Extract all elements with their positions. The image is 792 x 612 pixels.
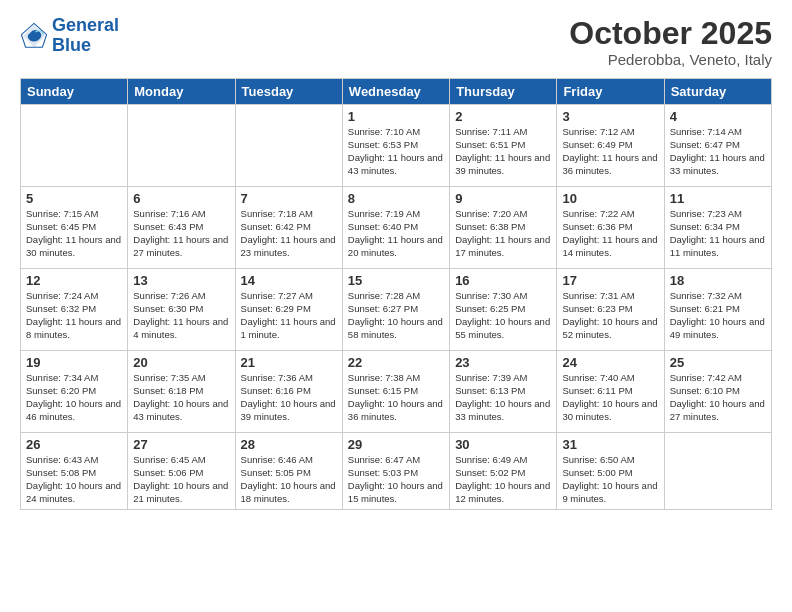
calendar-cell: 24Sunrise: 7:40 AM Sunset: 6:11 PM Dayli… [557,351,664,433]
day-number: 8 [348,191,444,206]
day-info: Sunrise: 6:47 AM Sunset: 5:03 PM Dayligh… [348,454,444,505]
day-info: Sunrise: 7:34 AM Sunset: 6:20 PM Dayligh… [26,372,122,423]
calendar-cell: 20Sunrise: 7:35 AM Sunset: 6:18 PM Dayli… [128,351,235,433]
day-number: 12 [26,273,122,288]
day-info: Sunrise: 7:20 AM Sunset: 6:38 PM Dayligh… [455,208,551,259]
calendar-cell [21,105,128,187]
day-header-wednesday: Wednesday [342,79,449,105]
calendar-cell: 29Sunrise: 6:47 AM Sunset: 5:03 PM Dayli… [342,433,449,510]
day-number: 25 [670,355,766,370]
page: General Blue October 2025 Pederobba, Ven… [0,0,792,612]
month-title: October 2025 [569,16,772,51]
calendar-row-2: 12Sunrise: 7:24 AM Sunset: 6:32 PM Dayli… [21,269,772,351]
day-number: 29 [348,437,444,452]
day-header-saturday: Saturday [664,79,771,105]
calendar-cell: 19Sunrise: 7:34 AM Sunset: 6:20 PM Dayli… [21,351,128,433]
calendar-cell [128,105,235,187]
location-title: Pederobba, Veneto, Italy [569,51,772,68]
day-number: 23 [455,355,551,370]
calendar-cell: 8Sunrise: 7:19 AM Sunset: 6:40 PM Daylig… [342,187,449,269]
calendar: SundayMondayTuesdayWednesdayThursdayFrid… [20,78,772,510]
calendar-row-0: 1Sunrise: 7:10 AM Sunset: 6:53 PM Daylig… [21,105,772,187]
day-number: 2 [455,109,551,124]
logo-text: General Blue [52,16,119,56]
calendar-cell: 17Sunrise: 7:31 AM Sunset: 6:23 PM Dayli… [557,269,664,351]
day-number: 16 [455,273,551,288]
day-info: Sunrise: 7:42 AM Sunset: 6:10 PM Dayligh… [670,372,766,423]
day-info: Sunrise: 7:19 AM Sunset: 6:40 PM Dayligh… [348,208,444,259]
day-header-friday: Friday [557,79,664,105]
day-info: Sunrise: 7:28 AM Sunset: 6:27 PM Dayligh… [348,290,444,341]
calendar-cell: 13Sunrise: 7:26 AM Sunset: 6:30 PM Dayli… [128,269,235,351]
day-number: 14 [241,273,337,288]
day-info: Sunrise: 7:31 AM Sunset: 6:23 PM Dayligh… [562,290,658,341]
day-info: Sunrise: 7:39 AM Sunset: 6:13 PM Dayligh… [455,372,551,423]
calendar-cell: 21Sunrise: 7:36 AM Sunset: 6:16 PM Dayli… [235,351,342,433]
day-number: 7 [241,191,337,206]
calendar-cell: 31Sunrise: 6:50 AM Sunset: 5:00 PM Dayli… [557,433,664,510]
calendar-cell: 2Sunrise: 7:11 AM Sunset: 6:51 PM Daylig… [450,105,557,187]
day-info: Sunrise: 7:30 AM Sunset: 6:25 PM Dayligh… [455,290,551,341]
day-number: 27 [133,437,229,452]
calendar-cell: 5Sunrise: 7:15 AM Sunset: 6:45 PM Daylig… [21,187,128,269]
day-header-thursday: Thursday [450,79,557,105]
day-number: 17 [562,273,658,288]
logo-line1: General [52,15,119,35]
day-number: 20 [133,355,229,370]
day-number: 13 [133,273,229,288]
day-info: Sunrise: 7:12 AM Sunset: 6:49 PM Dayligh… [562,126,658,177]
day-info: Sunrise: 7:11 AM Sunset: 6:51 PM Dayligh… [455,126,551,177]
day-number: 1 [348,109,444,124]
day-number: 6 [133,191,229,206]
calendar-row-3: 19Sunrise: 7:34 AM Sunset: 6:20 PM Dayli… [21,351,772,433]
calendar-row-4: 26Sunrise: 6:43 AM Sunset: 5:08 PM Dayli… [21,433,772,510]
logo-line2: Blue [52,35,91,55]
day-number: 19 [26,355,122,370]
day-info: Sunrise: 7:10 AM Sunset: 6:53 PM Dayligh… [348,126,444,177]
calendar-cell: 30Sunrise: 6:49 AM Sunset: 5:02 PM Dayli… [450,433,557,510]
day-number: 10 [562,191,658,206]
day-info: Sunrise: 7:14 AM Sunset: 6:47 PM Dayligh… [670,126,766,177]
calendar-cell: 10Sunrise: 7:22 AM Sunset: 6:36 PM Dayli… [557,187,664,269]
calendar-cell: 12Sunrise: 7:24 AM Sunset: 6:32 PM Dayli… [21,269,128,351]
calendar-cell [664,433,771,510]
day-info: Sunrise: 7:23 AM Sunset: 6:34 PM Dayligh… [670,208,766,259]
calendar-cell: 9Sunrise: 7:20 AM Sunset: 6:38 PM Daylig… [450,187,557,269]
calendar-row-1: 5Sunrise: 7:15 AM Sunset: 6:45 PM Daylig… [21,187,772,269]
logo: General Blue [20,16,119,56]
day-info: Sunrise: 6:45 AM Sunset: 5:06 PM Dayligh… [133,454,229,505]
calendar-cell: 6Sunrise: 7:16 AM Sunset: 6:43 PM Daylig… [128,187,235,269]
day-info: Sunrise: 7:16 AM Sunset: 6:43 PM Dayligh… [133,208,229,259]
day-info: Sunrise: 7:24 AM Sunset: 6:32 PM Dayligh… [26,290,122,341]
day-info: Sunrise: 7:38 AM Sunset: 6:15 PM Dayligh… [348,372,444,423]
day-info: Sunrise: 7:26 AM Sunset: 6:30 PM Dayligh… [133,290,229,341]
day-header-tuesday: Tuesday [235,79,342,105]
calendar-cell: 23Sunrise: 7:39 AM Sunset: 6:13 PM Dayli… [450,351,557,433]
calendar-cell: 14Sunrise: 7:27 AM Sunset: 6:29 PM Dayli… [235,269,342,351]
day-number: 26 [26,437,122,452]
logo-icon [20,22,48,50]
day-info: Sunrise: 6:50 AM Sunset: 5:00 PM Dayligh… [562,454,658,505]
day-header-monday: Monday [128,79,235,105]
day-number: 3 [562,109,658,124]
day-number: 21 [241,355,337,370]
calendar-cell: 18Sunrise: 7:32 AM Sunset: 6:21 PM Dayli… [664,269,771,351]
calendar-cell: 11Sunrise: 7:23 AM Sunset: 6:34 PM Dayli… [664,187,771,269]
header: General Blue October 2025 Pederobba, Ven… [20,16,772,68]
calendar-cell: 25Sunrise: 7:42 AM Sunset: 6:10 PM Dayli… [664,351,771,433]
calendar-cell: 3Sunrise: 7:12 AM Sunset: 6:49 PM Daylig… [557,105,664,187]
day-header-sunday: Sunday [21,79,128,105]
day-info: Sunrise: 6:43 AM Sunset: 5:08 PM Dayligh… [26,454,122,505]
calendar-cell [235,105,342,187]
calendar-cell: 22Sunrise: 7:38 AM Sunset: 6:15 PM Dayli… [342,351,449,433]
day-number: 31 [562,437,658,452]
calendar-cell: 7Sunrise: 7:18 AM Sunset: 6:42 PM Daylig… [235,187,342,269]
day-info: Sunrise: 7:40 AM Sunset: 6:11 PM Dayligh… [562,372,658,423]
calendar-cell: 28Sunrise: 6:46 AM Sunset: 5:05 PM Dayli… [235,433,342,510]
day-info: Sunrise: 6:46 AM Sunset: 5:05 PM Dayligh… [241,454,337,505]
day-info: Sunrise: 7:27 AM Sunset: 6:29 PM Dayligh… [241,290,337,341]
day-info: Sunrise: 7:35 AM Sunset: 6:18 PM Dayligh… [133,372,229,423]
calendar-cell: 27Sunrise: 6:45 AM Sunset: 5:06 PM Dayli… [128,433,235,510]
calendar-cell: 15Sunrise: 7:28 AM Sunset: 6:27 PM Dayli… [342,269,449,351]
day-number: 9 [455,191,551,206]
